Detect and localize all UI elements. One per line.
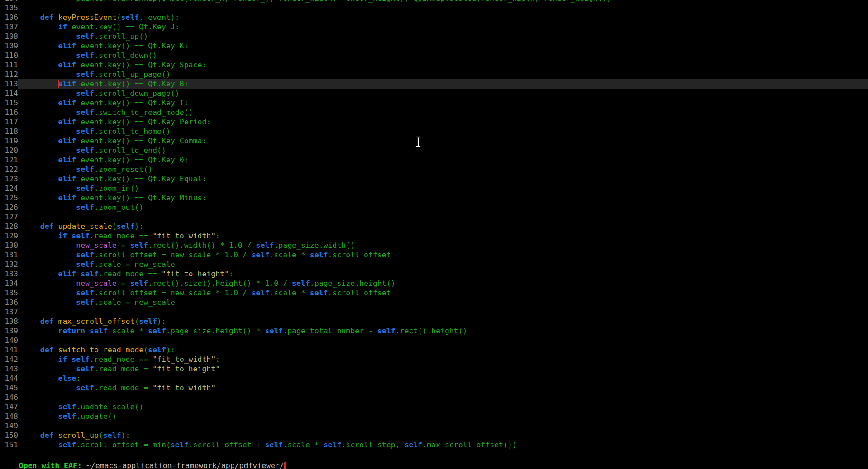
minibuffer[interactable]: Open with EAF: ~/emacs-application-frame… [1, 451, 286, 461]
line-number: 123 [5, 174, 18, 184]
code-text: painter.drawPixmap(QRect(render_x, rende… [18, 0, 868, 3]
line-number: 111 [5, 60, 18, 70]
line-number: 106 [5, 13, 18, 22]
code-text: if self.read_mode == "fit_to_width": [18, 355, 868, 364]
code-line-136[interactable]: 136 self.scale = new_scale [0, 298, 868, 307]
code-line-134[interactable]: 134 new_scale = self.rect().size().heigh… [0, 279, 868, 288]
code-text: self.zoom_out() [18, 203, 868, 212]
code-line-107[interactable]: 107 if event.key() == Qt.Key_J: [0, 22, 868, 32]
code-line-139[interactable]: 139 return self.scale * self.page_size.h… [0, 326, 868, 336]
line-number: 151 [5, 440, 18, 450]
code-text: elif event.key() == Qt.Key_Minus: [18, 193, 868, 203]
buffer-cursor [58, 80, 59, 88]
code-line-141[interactable]: 141 def switch_to_read_mode(self): [0, 345, 868, 355]
code-text: self.update_scale() [18, 402, 868, 412]
code-text: self.scroll_to_end() [18, 146, 868, 155]
code-line-145[interactable]: 145 self.read_mode = "fit_to_width" [0, 383, 868, 393]
code-line-125[interactable]: 125 elif event.key() == Qt.Key_Minus: [0, 193, 868, 203]
code-text: elif event.key() == Qt.Key_Equal: [18, 174, 868, 184]
code-line-115[interactable]: 115 elif event.key() == Qt.Key_T: [0, 98, 868, 108]
code-line-123[interactable]: 123 elif event.key() == Qt.Key_Equal: [0, 174, 868, 184]
code-text: elif event.key() == Qt.Key_Period: [18, 117, 868, 127]
code-line-116[interactable]: 116 self.switch_to_read_mode() [0, 108, 868, 117]
code-line-113[interactable]: 113 elif event.key() == Qt.Key_B: [0, 79, 868, 89]
line-number: 125 [5, 193, 18, 203]
minibuffer-cursor [284, 462, 286, 469]
code-buffer[interactable]: 104 painter.drawPixmap(QRect(render_x, r… [0, 0, 868, 450]
code-line-138[interactable]: 138 def max_scroll_offset(self): [0, 317, 868, 326]
code-text: self.zoom_in() [18, 184, 868, 193]
line-number: 129 [5, 231, 18, 241]
code-line-111[interactable]: 111 elif event.key() == Qt.Key_Space: [0, 60, 868, 70]
code-line-144[interactable]: 144 else: [0, 374, 868, 383]
code-line-105[interactable]: 105 [0, 3, 868, 13]
code-line-121[interactable]: 121 elif event.key() == Qt.Key_0: [0, 155, 868, 165]
code-line-137[interactable]: 137 [0, 307, 868, 317]
line-number: 121 [5, 155, 18, 165]
code-text: if event.key() == Qt.Key_J: [18, 22, 868, 32]
code-line-133[interactable]: 133 elif self.read_mode == "fit_to_heigh… [0, 269, 868, 279]
code-line-114[interactable]: 114 self.scroll_down_page() [0, 89, 868, 98]
line-number: 142 [5, 355, 18, 364]
code-line-148[interactable]: 148 self.update() [0, 412, 868, 421]
line-number: 126 [5, 203, 18, 212]
code-line-142[interactable]: 142 if self.read_mode == "fit_to_width": [0, 355, 868, 364]
line-number: 104 [5, 0, 18, 3]
line-number: 105 [5, 3, 18, 13]
code-line-119[interactable]: 119 elif event.key() == Qt.Key_Comma: [0, 136, 868, 146]
code-line-146[interactable]: 146 [0, 393, 868, 402]
code-line-122[interactable]: 122 self.zoom_reset() [0, 165, 868, 174]
code-line-135[interactable]: 135 self.scroll_offset = new_scale * 1.0… [0, 288, 868, 298]
line-number: 137 [5, 307, 18, 317]
code-text: def keyPressEvent(self, event): [18, 13, 868, 22]
code-line-118[interactable]: 118 self.scroll_to_home() [0, 127, 868, 136]
code-line-112[interactable]: 112 self.scroll_up_page() [0, 70, 868, 79]
minibuffer-input[interactable]: ~/emacs-application-framework/app/pdfvie… [86, 461, 284, 469]
code-text: self.scroll_down() [18, 51, 868, 60]
line-number: 109 [5, 41, 18, 51]
line-number: 136 [5, 298, 18, 307]
code-text [18, 393, 868, 402]
line-number: 131 [5, 250, 18, 260]
code-line-109[interactable]: 109 elif event.key() == Qt.Key_K: [0, 41, 868, 51]
code-line-130[interactable]: 130 new_scale = self.rect().width() * 1.… [0, 241, 868, 250]
line-number: 147 [5, 402, 18, 412]
code-text: self.scroll_offset = min(self.scroll_off… [18, 440, 868, 450]
code-line-120[interactable]: 120 self.scroll_to_end() [0, 146, 868, 155]
code-text [18, 307, 868, 317]
code-line-132[interactable]: 132 self.scale = new_scale [0, 260, 868, 269]
code-line-108[interactable]: 108 self.scroll_up() [0, 32, 868, 41]
code-text: def max_scroll_offset(self): [18, 317, 868, 326]
line-number: 112 [5, 70, 18, 79]
code-text: if self.read_mode == "fit_to_width": [18, 231, 868, 241]
line-number: 139 [5, 326, 18, 336]
code-text: new_scale = self.rect().size().height() … [18, 279, 868, 288]
code-line-117[interactable]: 117 elif event.key() == Qt.Key_Period: [0, 117, 868, 127]
code-line-151[interactable]: 151 self.scroll_offset = min(self.scroll… [0, 440, 868, 450]
line-number: 127 [5, 212, 18, 222]
code-text: self.scroll_offset = new_scale * 1.0 / s… [18, 288, 868, 298]
code-line-131[interactable]: 131 self.scroll_offset = new_scale * 1.0… [0, 250, 868, 260]
code-line-150[interactable]: 150 def scroll_up(self): [0, 431, 868, 440]
code-line-124[interactable]: 124 self.zoom_in() [0, 184, 868, 193]
code-line-106[interactable]: 106 def keyPressEvent(self, event): [0, 13, 868, 22]
line-number: 115 [5, 98, 18, 108]
code-line-129[interactable]: 129 if self.read_mode == "fit_to_width": [0, 231, 868, 241]
code-line-147[interactable]: 147 self.update_scale() [0, 402, 868, 412]
modeline-separator [0, 450, 868, 450]
line-number: 150 [5, 431, 18, 440]
code-text: elif event.key() == Qt.Key_T: [18, 98, 868, 108]
code-text: self.scroll_down_page() [18, 89, 868, 98]
line-number: 141 [5, 345, 18, 355]
code-line-104[interactable]: 104 painter.drawPixmap(QRect(render_x, r… [0, 0, 868, 3]
code-text: elif event.key() == Qt.Key_Comma: [18, 136, 868, 146]
code-line-126[interactable]: 126 self.zoom_out() [0, 203, 868, 212]
code-line-128[interactable]: 128 def update_scale(self): [0, 222, 868, 231]
code-line-127[interactable]: 127 [0, 212, 868, 222]
code-line-110[interactable]: 110 self.scroll_down() [0, 51, 868, 60]
code-line-149[interactable]: 149 [0, 421, 868, 431]
code-text [18, 336, 868, 345]
code-line-143[interactable]: 143 self.read_mode = "fit_to_height" [0, 364, 868, 374]
code-line-140[interactable]: 140 [0, 336, 868, 345]
code-text: self.scale = new_scale [18, 298, 868, 307]
